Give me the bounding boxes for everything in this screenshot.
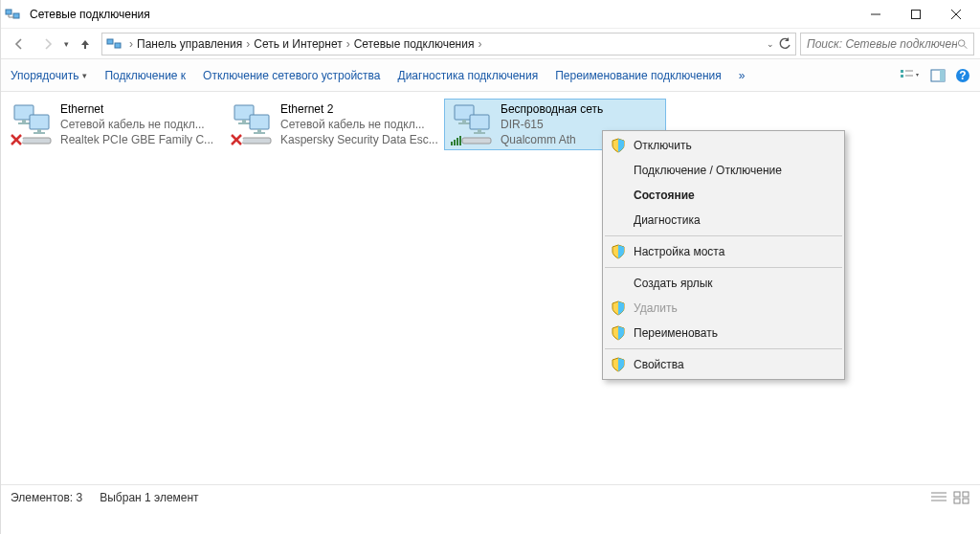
maximize-button[interactable] [896, 1, 936, 28]
menu-item: Удалить [603, 296, 844, 321]
menu-item[interactable]: Настройка моста [603, 239, 844, 264]
svg-rect-40 [458, 122, 470, 124]
svg-rect-0 [6, 10, 11, 14]
svg-rect-11 [901, 75, 903, 78]
svg-rect-45 [451, 142, 453, 145]
menu-item-label: Переименовать [634, 326, 718, 340]
disable-device-button[interactable]: Отключение сетевого устройства [203, 69, 380, 82]
svg-rect-48 [459, 136, 461, 145]
svg-rect-42 [478, 129, 481, 132]
forward-button[interactable] [35, 32, 60, 56]
svg-rect-52 [954, 492, 960, 497]
back-button[interactable] [7, 32, 32, 56]
organize-button[interactable]: Упорядочить ▾ [11, 69, 87, 82]
svg-rect-34 [242, 138, 271, 144]
search-icon [957, 38, 968, 50]
svg-rect-47 [457, 138, 458, 145]
search-input[interactable] [800, 33, 974, 56]
toolbar-overflow[interactable]: » [739, 69, 746, 82]
location-icon [106, 36, 122, 52]
menu-item[interactable]: Состояние [603, 183, 844, 208]
menu-item-label: Диагностика [634, 213, 701, 227]
menu-item-label: Состояние [634, 189, 695, 202]
preview-pane-button[interactable] [930, 68, 946, 83]
chevron-right-icon: › [127, 37, 135, 51]
network-connection-item[interactable]: Ethernet Сетевой кабель не подкл... Real… [5, 100, 225, 149]
help-button[interactable]: ? [955, 68, 970, 83]
breadcrumb[interactable]: › Панель управления › Сеть и Интернет › … [101, 33, 796, 56]
menu-item[interactable]: Подключение / Отключение [603, 158, 844, 183]
connection-device: Kaspersky Security Data Esc... [280, 132, 438, 147]
svg-rect-44 [462, 138, 491, 144]
view-options-button[interactable] [900, 68, 921, 83]
diagnose-connection-button[interactable]: Диагностика подключения [398, 69, 539, 82]
context-menu: ОтключитьПодключение / ОтключениеСостоян… [602, 130, 845, 380]
wifi-adapter-icon [449, 101, 495, 147]
svg-rect-29 [242, 120, 246, 122]
menu-item-label: Создать ярлык [634, 277, 713, 290]
content-area: Ethernet Сетевой кабель не подкл... Real… [1, 92, 980, 509]
svg-rect-32 [257, 129, 261, 132]
ethernet-adapter-icon [9, 101, 55, 147]
minimize-button[interactable] [856, 1, 896, 28]
network-connection-item[interactable]: Ethernet 2 Сетевой кабель не подкл... Ka… [225, 100, 445, 149]
details-view-icon[interactable] [930, 491, 947, 504]
close-button[interactable] [936, 1, 976, 28]
menu-item[interactable]: Создать ярлык [603, 271, 844, 296]
svg-rect-21 [30, 115, 49, 129]
rename-connection-button[interactable]: Переименование подключения [555, 69, 722, 82]
menu-item[interactable]: Отключить [603, 133, 844, 158]
connection-status: Сетевой кабель не подкл... [60, 117, 213, 132]
large-icons-view-icon[interactable] [953, 491, 970, 504]
connection-device: Qualcomm Ath [501, 132, 603, 147]
connection-name: Ethernet [60, 101, 213, 117]
menu-separator [605, 267, 842, 268]
breadcrumb-root[interactable]: Панель управления [135, 37, 244, 51]
menu-item-label: Подключение / Отключение [634, 164, 782, 177]
menu-item-label: Настройка моста [634, 245, 724, 258]
connection-name: Ethernet 2 [280, 101, 438, 117]
svg-line-9 [964, 45, 967, 48]
chevron-right-icon: › [345, 37, 352, 51]
svg-rect-22 [37, 129, 41, 132]
menu-item[interactable]: Переименовать [603, 321, 844, 345]
connection-device: Realtek PCIe GBE Family C... [60, 132, 213, 147]
connect-to-button[interactable]: Подключение к [104, 69, 186, 82]
svg-rect-10 [901, 70, 903, 73]
svg-rect-30 [238, 122, 250, 124]
status-bar: Элементов: 3 Выбран 1 элемент [1, 484, 980, 509]
menu-item[interactable]: Свойства [603, 352, 844, 377]
breadcrumb-category[interactable]: Сеть и Интернет [252, 37, 344, 51]
menu-item-label: Удалить [634, 301, 678, 315]
menu-item-label: Свойства [634, 358, 684, 371]
history-dropdown[interactable]: ▾ [64, 39, 69, 49]
chevron-right-icon: › [244, 37, 252, 51]
svg-rect-20 [18, 122, 30, 124]
chevron-right-icon: › [476, 37, 483, 51]
up-button[interactable] [73, 32, 98, 56]
svg-rect-24 [22, 138, 51, 144]
svg-rect-15 [940, 70, 945, 81]
svg-rect-46 [454, 140, 456, 145]
svg-rect-53 [963, 492, 969, 497]
svg-rect-3 [912, 10, 921, 18]
menu-item-label: Отключить [634, 139, 692, 152]
window-title: Сетевые подключения [26, 8, 856, 21]
command-bar: Упорядочить ▾ Подключение к Отключение с… [1, 59, 980, 92]
svg-text:?: ? [959, 69, 966, 82]
address-dropdown[interactable]: ⌄ [767, 39, 774, 49]
svg-rect-7 [115, 43, 121, 48]
search-field[interactable] [807, 37, 957, 51]
refresh-icon[interactable] [778, 37, 791, 51]
menu-item[interactable]: Диагностика [603, 208, 844, 233]
connection-status: DIR-615 [501, 117, 603, 132]
status-count: Элементов: 3 [11, 491, 82, 504]
svg-rect-55 [963, 499, 969, 503]
menu-separator [605, 348, 842, 349]
svg-rect-6 [107, 39, 113, 44]
address-bar: ▾ › Панель управления › Сеть и Интернет … [1, 29, 980, 59]
menu-separator [605, 235, 842, 236]
svg-rect-54 [954, 499, 960, 503]
breadcrumb-leaf[interactable]: Сетевые подключения [352, 37, 477, 51]
svg-point-8 [958, 39, 965, 46]
